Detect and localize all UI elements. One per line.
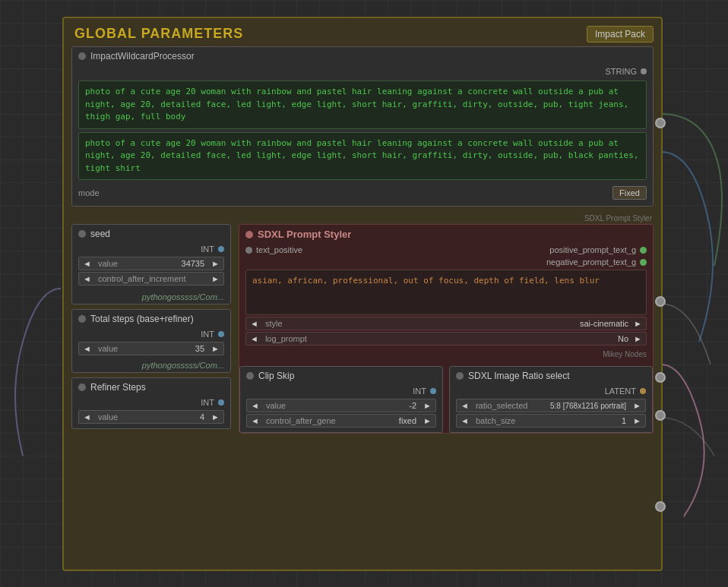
batch-dec[interactable]: ◄ — [457, 415, 473, 427]
total-steps-dec[interactable]: ◄ — [79, 342, 95, 355]
sdxl-prompt-styler-badge: SDXL Prompt Styler — [64, 213, 661, 224]
clip-skip-int-label: INT — [240, 385, 442, 397]
seed-value-label: value — [95, 259, 182, 268]
log-prompt-dec[interactable]: ◄ — [246, 333, 262, 345]
refiner-steps-node: Refiner Steps INT ◄ value 4 ► — [71, 377, 231, 429]
mode-row: mode Fixed — [78, 186, 647, 200]
bottom-nodes: Clip Skip INT ◄ value -2 ► ◄ control_ — [239, 366, 653, 433]
mode-label: mode — [78, 188, 608, 197]
total-steps-int-label: INT — [72, 328, 230, 340]
log-prompt-value: No — [447, 334, 630, 343]
ratio-selected-stepper[interactable]: ◄ ratio_selected 5:8 [768x1216 portrait]… — [456, 399, 646, 412]
ratio-inc[interactable]: ► — [629, 399, 645, 412]
clip-skip-value-dec[interactable]: ◄ — [247, 399, 263, 412]
batch-size-stepper[interactable]: ◄ batch_size 1 ► — [456, 414, 646, 428]
seed-control-inc[interactable]: ► — [207, 273, 223, 285]
style-stepper[interactable]: ◄ style sai-cinematic ► — [245, 317, 647, 330]
negative-prompt-label: negative_prompt_text_g — [546, 257, 636, 267]
mikey-nodes-label: Mikey Nodes — [239, 349, 653, 361]
total-steps-stepper[interactable]: ◄ value 35 ► — [78, 342, 224, 355]
batch-inc[interactable]: ► — [629, 415, 645, 427]
seed-control-stepper[interactable]: ◄ control_after_increment ► — [78, 272, 224, 286]
seed-int-dot — [218, 246, 224, 252]
sdxl-ratio-title: SDXL Image Ratio select — [468, 371, 570, 381]
style-label: style — [262, 319, 447, 328]
seed-int-label: INT — [72, 243, 230, 255]
refiner-steps-header: Refiner Steps — [72, 378, 230, 396]
sdxl-ratio-latent-label: LATENT — [450, 385, 652, 397]
refiner-steps-inc[interactable]: ► — [207, 411, 223, 423]
negative-text-area[interactable]: asian, african, professional, out of foc… — [245, 270, 647, 315]
total-steps-value-label: value — [95, 344, 195, 353]
total-steps-source: pythongosssss/Com... — [72, 358, 230, 372]
seed-title: seed — [90, 229, 110, 239]
seed-value-dec[interactable]: ◄ — [79, 257, 95, 270]
left-column: seed INT ◄ value 34735 ► ◄ control_after… — [71, 224, 231, 434]
outer-connector-2 — [655, 296, 666, 307]
log-prompt-stepper[interactable]: ◄ log_prompt No ► — [245, 332, 647, 346]
clip-skip-control-dec[interactable]: ◄ — [247, 415, 263, 427]
clip-skip-int-dot — [430, 388, 436, 394]
refiner-steps-dec[interactable]: ◄ — [79, 411, 95, 423]
text-positive-label: text_positive — [256, 245, 549, 254]
clip-skip-control-label: control_after_gene — [263, 416, 399, 425]
sdxl-title: SDXL Prompt Styler — [258, 229, 647, 240]
seed-node-header: seed — [72, 225, 230, 243]
clip-skip-value: -2 — [409, 401, 419, 410]
bottom-section: seed INT ◄ value 34735 ► ◄ control_after… — [64, 224, 661, 434]
mode-value: Fixed — [612, 186, 647, 200]
refiner-steps-dot — [78, 383, 86, 391]
seed-value-inc[interactable]: ► — [207, 257, 223, 270]
clip-skip-title: Clip Skip — [258, 371, 294, 381]
style-value: sai-cinematic — [447, 319, 630, 328]
clip-skip-value-label: value — [263, 401, 409, 410]
total-steps-title: Total steps (base+refiner) — [90, 314, 194, 324]
impact-pack-button[interactable]: Impact Pack — [587, 26, 654, 43]
clip-skip-node: Clip Skip INT ◄ value -2 ► ◄ control_ — [239, 366, 443, 433]
text-positive-row: text_positive positive_prompt_text_g — [239, 244, 653, 256]
seed-value-stepper[interactable]: ◄ value 34735 ► — [78, 257, 224, 270]
outer-connector-1 — [655, 118, 666, 128]
wildcard-node-dot — [78, 52, 86, 60]
sdxl-ratio-node: SDXL Image Ratio select LATENT ◄ ratio_s… — [449, 366, 653, 433]
string-output-dot — [641, 68, 647, 74]
style-inc[interactable]: ► — [630, 317, 646, 330]
negative-prompt-dot — [640, 259, 647, 266]
refiner-steps-int-label: INT — [72, 396, 230, 409]
main-panel: GLOBAL PARAMETERS Impact Pack ImpactWild… — [62, 17, 663, 571]
clip-skip-control-inc[interactable]: ► — [419, 415, 435, 427]
clip-skip-control-stepper[interactable]: ◄ control_after_gene fixed ► — [246, 414, 436, 428]
refiner-steps-stepper[interactable]: ◄ value 4 ► — [78, 410, 224, 424]
total-steps-header: Total steps (base+refiner) — [72, 310, 230, 328]
ratio-dec[interactable]: ◄ — [457, 399, 473, 412]
text-pos-left-dot — [245, 247, 252, 254]
sdxl-ratio-latent-dot — [640, 388, 646, 394]
positive-prompt-label: positive_prompt_text_g — [549, 245, 636, 254]
clip-skip-control-value: fixed — [399, 416, 419, 425]
style-dec[interactable]: ◄ — [246, 317, 262, 330]
clip-skip-value-inc[interactable]: ► — [419, 399, 435, 412]
outer-connector-5 — [655, 501, 666, 512]
total-steps-dot — [78, 315, 86, 323]
total-steps-int-dot — [218, 331, 224, 337]
clip-skip-value-stepper[interactable]: ◄ value -2 ► — [246, 399, 436, 412]
seed-control-dec[interactable]: ◄ — [79, 273, 95, 285]
total-steps-inc[interactable]: ► — [207, 342, 223, 355]
sdxl-ratio-header: SDXL Image Ratio select — [450, 367, 652, 385]
seed-node: seed INT ◄ value 34735 ► ◄ control_after… — [71, 224, 231, 305]
outer-connector-3 — [655, 372, 666, 383]
log-prompt-inc[interactable]: ► — [630, 333, 646, 345]
outer-connector-4 — [655, 410, 666, 421]
sdxl-prompt-node: SDXL Prompt Styler text_positive positiv… — [239, 224, 654, 434]
refiner-steps-value: 4 — [200, 412, 207, 421]
wildcard-node: ImpactWildcardProcessor STRING photo of … — [71, 46, 654, 207]
wildcard-node-title: ImpactWildcardProcessor — [90, 51, 195, 62]
total-steps-value: 35 — [195, 344, 207, 353]
sdxl-ratio-dot — [456, 372, 464, 380]
wildcard-node-header: ImpactWildcardProcessor — [72, 47, 653, 65]
wildcard-text1[interactable]: photo of a cute age 20 woman with rainbo… — [78, 80, 647, 129]
clip-skip-header: Clip Skip — [240, 367, 442, 385]
seed-source: pythongosssss/Com... — [72, 290, 230, 304]
ratio-value: 5:8 [768x1216 portrait] — [550, 402, 629, 410]
wildcard-text2[interactable]: photo of a cute age 20 woman with rainbo… — [78, 132, 647, 181]
